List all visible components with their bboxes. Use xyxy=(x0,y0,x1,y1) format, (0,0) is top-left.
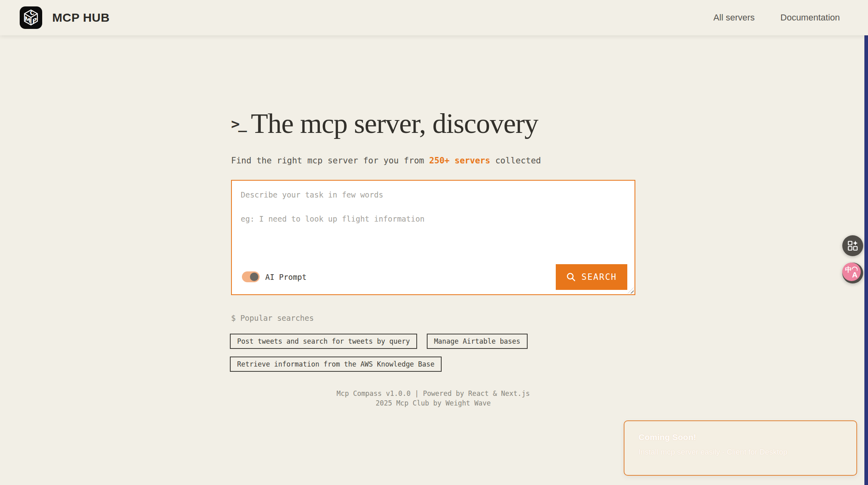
page-title: The mcp server, discovery xyxy=(251,108,538,140)
popular-searches-heading: $ Popular searches xyxy=(231,314,314,322)
popular-chips-row-1: Post tweets and search for tweets by que… xyxy=(230,334,528,349)
search-panel: AI Prompt SEARCH xyxy=(231,180,635,295)
window-edge-strip xyxy=(864,0,868,485)
footer-line-1: Mcp Compass v1.0.0 | Powered by React & … xyxy=(231,389,635,398)
toggle-knob xyxy=(250,273,258,281)
translate-zh-glyph: 中 xyxy=(845,265,852,274)
mcp-cube-logo-icon[interactable]: C M P xyxy=(19,6,43,29)
header: C M P MCP HUB All servers Documentation xyxy=(0,0,868,35)
ai-prompt-toggle[interactable] xyxy=(242,271,260,282)
popular-chips-row-2: Retrieve information from the AWS Knowle… xyxy=(230,357,442,372)
popular-chip-tweets[interactable]: Post tweets and search for tweets by que… xyxy=(230,334,417,349)
translate-icon: 中 A xyxy=(842,263,861,281)
toast-message: Install mcp server easily - Client for D… xyxy=(639,448,856,456)
nav-all-servers[interactable]: All servers xyxy=(713,12,755,23)
brand-title: MCP HUB xyxy=(52,11,110,24)
subtitle-suffix: collected xyxy=(490,156,541,165)
hero: >_ The mcp server, discovery xyxy=(231,108,538,140)
widgets-sparkle-icon xyxy=(847,240,858,251)
subtitle-prefix: Find the right mcp server for you from xyxy=(231,156,429,165)
header-nav: All servers Documentation xyxy=(713,12,840,23)
widgets-fab-button[interactable] xyxy=(842,235,863,256)
search-button-label: SEARCH xyxy=(581,272,617,282)
search-icon xyxy=(566,272,576,282)
ai-prompt-label: AI Prompt xyxy=(265,273,307,281)
popular-chip-airtable[interactable]: Manage Airtable bases xyxy=(427,334,528,349)
nav-documentation[interactable]: Documentation xyxy=(780,12,840,23)
footer: Mcp Compass v1.0.0 | Powered by React & … xyxy=(231,389,635,408)
search-button[interactable]: SEARCH xyxy=(556,264,627,290)
toast-title: Coming Soon! xyxy=(639,432,856,442)
popular-chip-aws[interactable]: Retrieve information from the AWS Knowle… xyxy=(230,357,442,372)
hero-subtitle: Find the right mcp server for you from 2… xyxy=(231,156,541,165)
subtitle-server-count: 250+ servers xyxy=(429,156,490,165)
footer-line-2: 2025 Mcp Club by Weight Wave xyxy=(231,398,635,408)
page: C M P MCP HUB All servers Documentation … xyxy=(0,0,868,485)
search-panel-footer: AI Prompt SEARCH xyxy=(232,259,635,294)
translate-en-glyph: A xyxy=(852,271,858,279)
terminal-prompt-icon: >_ xyxy=(231,116,245,132)
translate-arc xyxy=(852,266,858,271)
task-description-input[interactable] xyxy=(232,181,635,259)
translate-fab-button[interactable]: 中 A xyxy=(842,263,863,283)
coming-soon-toast: Coming Soon! Install mcp server easily -… xyxy=(624,420,857,476)
